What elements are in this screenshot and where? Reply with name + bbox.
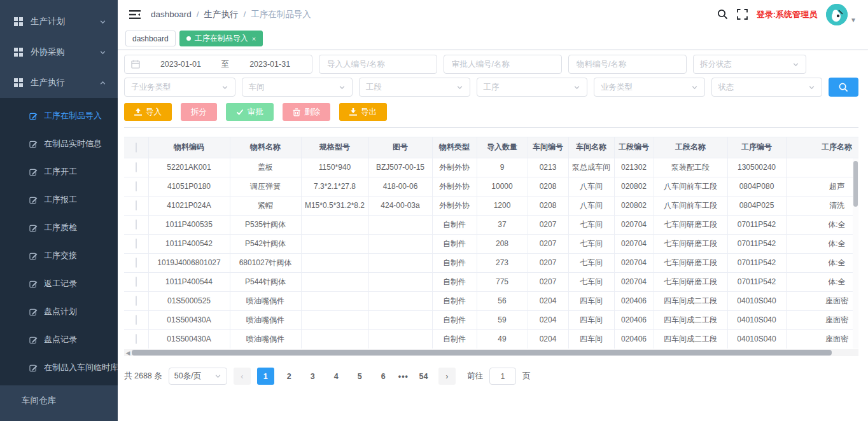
row-select-cell xyxy=(124,329,148,349)
page-number-button[interactable]: 5 xyxy=(351,368,368,385)
sidebar-parent-item[interactable]: 外协采购 xyxy=(0,37,118,67)
more-pages-icon[interactable]: ••• xyxy=(398,372,409,381)
date-start-value[interactable]: 2023-01-01 xyxy=(145,60,216,69)
search-icon[interactable] xyxy=(717,9,728,20)
page-size-label: 50条/页 xyxy=(174,371,201,382)
export-button[interactable]: 导出 xyxy=(339,103,387,121)
goto-page-input[interactable] xyxy=(489,368,516,385)
table-cell: 八车间前车工段 xyxy=(654,196,727,215)
page-size-select[interactable]: 50条/页 xyxy=(169,368,227,385)
filter-select[interactable]: 工序 xyxy=(477,78,588,97)
importer-input[interactable] xyxy=(327,60,429,69)
row-checkbox[interactable] xyxy=(136,162,137,172)
tab-process-wip-import[interactable]: 工序在制品导入 × xyxy=(179,31,263,46)
filter-select[interactable]: 状态 xyxy=(711,78,823,97)
delete-button[interactable]: 删除 xyxy=(283,103,330,121)
table-cell: 喷油嘴偶件 xyxy=(230,329,301,349)
filter-select[interactable]: 工段 xyxy=(359,78,470,97)
date-end-value[interactable]: 2023-01-31 xyxy=(234,60,305,69)
prev-page-button[interactable]: ‹ xyxy=(234,368,251,385)
row-checkbox[interactable] xyxy=(136,181,137,191)
filter-select[interactable]: 车间 xyxy=(242,78,353,97)
scroll-left-arrow-icon[interactable]: ◀ xyxy=(124,350,132,356)
table-cell: 020704 xyxy=(614,253,654,272)
page-number-button[interactable]: 1 xyxy=(257,368,274,385)
sidebar-submenu-item[interactable]: 在制品入车间临时库记录 xyxy=(0,354,118,382)
sidebar-submenu-item[interactable]: 工序报工 xyxy=(0,186,118,214)
chevron-down-icon[interactable]: ▼ xyxy=(850,17,857,24)
filter-select[interactable]: 子业务类型 xyxy=(124,78,235,97)
sidebar-submenu-item[interactable]: 工序质检 xyxy=(0,214,118,242)
row-checkbox[interactable] xyxy=(136,200,137,210)
grid-icon xyxy=(14,17,23,26)
sidebar-item-label: 生产计划 xyxy=(31,16,99,27)
column-header: 工序名称 xyxy=(786,137,858,158)
avatar[interactable] xyxy=(826,4,848,25)
sidebar-submenu-item[interactable]: 工序交接 xyxy=(0,242,118,270)
pagination: 共 2688 条 50条/页 ‹ 123456•••54 › 前往 页 xyxy=(124,368,858,385)
vertical-scrollbar[interactable] xyxy=(853,158,858,349)
table-cell xyxy=(368,253,432,272)
select-placeholder: 工序 xyxy=(484,82,500,93)
search-icon xyxy=(839,83,848,92)
table-cell: 自制件 xyxy=(432,291,477,310)
row-checkbox[interactable] xyxy=(136,238,137,249)
material-filter-field xyxy=(568,55,687,74)
row-checkbox[interactable] xyxy=(136,315,137,325)
next-page-button[interactable]: › xyxy=(438,368,456,385)
sidebar-item-warehouse[interactable]: 车间仓库 xyxy=(0,385,118,416)
select-placeholder: 拆分状态 xyxy=(700,59,732,70)
split-status-select[interactable]: 拆分状态 xyxy=(693,55,806,74)
tab-dashboard[interactable]: dashboard xyxy=(125,31,176,46)
table-cell: 208 xyxy=(477,234,528,253)
table-cell: 07011P542 xyxy=(727,234,786,253)
date-range-picker[interactable]: 2023-01-01 至 2023-01-31 xyxy=(124,55,312,74)
fullscreen-icon[interactable] xyxy=(737,9,748,20)
page-number-button[interactable]: 6 xyxy=(375,368,392,385)
close-icon[interactable]: × xyxy=(252,35,256,43)
table-cell: 体:全 xyxy=(786,253,858,272)
split-button[interactable]: 拆分 xyxy=(181,103,217,121)
select-all-checkbox[interactable] xyxy=(136,142,137,153)
table-cell: 020406 xyxy=(614,329,654,349)
page-number-button[interactable]: 2 xyxy=(281,368,298,385)
sidebar-submenu-item[interactable]: 在制品实时信息 xyxy=(0,130,118,158)
horizontal-scrollbar[interactable]: ◀ xyxy=(124,349,858,356)
page-number-button[interactable]: 54 xyxy=(415,368,432,385)
row-checkbox[interactable] xyxy=(136,258,137,268)
search-button[interactable] xyxy=(829,78,858,97)
approver-input[interactable] xyxy=(452,60,554,69)
approve-button[interactable]: 审批 xyxy=(226,103,274,121)
sidebar-collapse-icon[interactable] xyxy=(129,10,141,20)
page-number-button[interactable]: 4 xyxy=(328,368,345,385)
sidebar-submenu-item[interactable]: 盘点计划 xyxy=(0,298,118,326)
import-button[interactable]: 导入 xyxy=(124,103,172,121)
sidebar-submenu-item[interactable]: 返工记录 xyxy=(0,270,118,298)
column-header: 物料名称 xyxy=(230,137,301,158)
sidebar-parent-item[interactable]: 生产计划 xyxy=(0,6,118,37)
table-cell: 04010S040 xyxy=(727,310,786,329)
topbar: dashboard/生产执行/工序在制品导入 登录:系统管理员 ▼ xyxy=(118,0,868,29)
table-cell: 0204 xyxy=(528,329,568,349)
row-checkbox[interactable] xyxy=(136,277,137,287)
page-number-button[interactable]: 3 xyxy=(304,368,321,385)
sidebar-submenu-item[interactable]: 工序在制品导入 xyxy=(0,102,118,130)
breadcrumb-item[interactable]: 生产执行 xyxy=(204,9,239,20)
sidebar-submenu-item[interactable]: 工序开工 xyxy=(0,158,118,186)
material-input[interactable] xyxy=(577,60,678,69)
row-checkbox[interactable] xyxy=(136,296,137,306)
table-row: 1011P400542P542针阀体自制件2080207七车间020704七车间… xyxy=(124,234,858,253)
sidebar-submenu-item[interactable]: 盘点记录 xyxy=(0,326,118,354)
vertical-scrollbar-thumb[interactable] xyxy=(853,161,858,207)
row-checkbox[interactable] xyxy=(136,334,137,344)
table-row: 1011P400544P544针阀体自制件7750207七车间020704七车间… xyxy=(124,272,858,291)
sidebar-parent-item[interactable]: 生产执行 xyxy=(0,67,118,98)
sidebar-item-partial-top[interactable]: 销售计划 xyxy=(0,0,118,6)
filter-select[interactable]: 业务类型 xyxy=(594,78,705,97)
table-cell: 座面密 xyxy=(786,329,858,349)
horizontal-scrollbar-thumb[interactable] xyxy=(132,350,832,355)
select-placeholder: 工段 xyxy=(366,82,382,93)
row-checkbox[interactable] xyxy=(136,219,137,230)
breadcrumb-item[interactable]: dashboard xyxy=(151,10,192,19)
table-cell: 八车间前车工段 xyxy=(654,177,727,196)
